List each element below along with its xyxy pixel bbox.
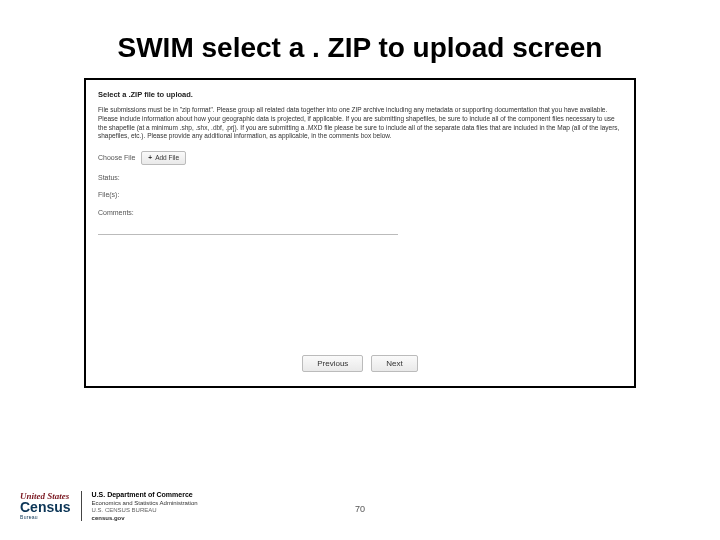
add-file-button[interactable]: + Add File: [141, 151, 186, 165]
next-button[interactable]: Next: [371, 355, 417, 372]
census-logo: United States Census Bureau: [20, 492, 71, 520]
instructions-text: File submissions must be in "zip format"…: [98, 106, 622, 141]
footer: United States Census Bureau U.S. Departm…: [20, 491, 198, 522]
comments-label: Comments:: [98, 208, 622, 217]
logo-bureau: Bureau: [20, 515, 71, 520]
add-file-label: Add File: [155, 154, 179, 163]
nav-buttons: Previous Next: [86, 355, 634, 372]
dept-line-4: census.gov: [92, 515, 198, 523]
plus-icon: +: [148, 154, 152, 163]
dept-line-2: Economics and Statistics Administration: [92, 500, 198, 508]
dept-line-3: U.S. CENSUS BUREAU: [92, 507, 198, 515]
choose-file-label: Choose File: [98, 153, 135, 162]
footer-divider: [81, 491, 82, 521]
status-label: Status:: [98, 173, 622, 182]
choose-file-row: Choose File + Add File: [98, 151, 622, 165]
previous-button[interactable]: Previous: [302, 355, 363, 372]
comments-input[interactable]: [98, 225, 398, 235]
dept-line-1: U.S. Department of Commerce: [92, 491, 198, 500]
logo-census: Census: [20, 500, 71, 514]
upload-panel: Select a .ZIP file to upload. File submi…: [84, 78, 636, 388]
files-label: File(s):: [98, 190, 622, 199]
dept-block: U.S. Department of Commerce Economics an…: [92, 491, 198, 522]
slide-title: SWIM select a . ZIP to upload screen: [0, 0, 720, 64]
panel-header: Select a .ZIP file to upload.: [98, 90, 622, 100]
